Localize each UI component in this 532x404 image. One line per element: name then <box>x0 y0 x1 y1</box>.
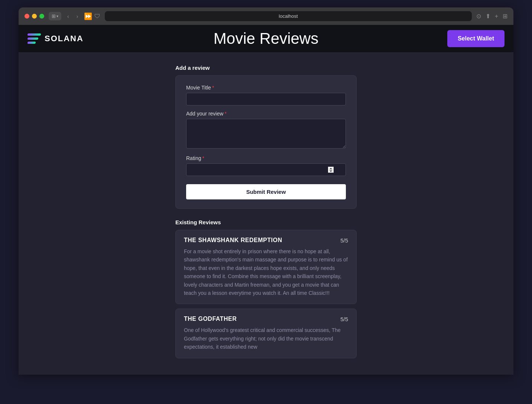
review-header-godfather: THE GODFATHER 5/5 <box>184 316 348 322</box>
review-card-godfather: THE GODFATHER 5/5 One of Hollywood's gre… <box>175 309 357 358</box>
review-rating-shawshank: 5/5 <box>340 237 348 244</box>
review-text-group: Add your review* <box>186 111 346 150</box>
review-rating-godfather: 5/5 <box>340 316 348 322</box>
solana-bar-bottom <box>27 42 36 44</box>
review-card-shawshank: THE SHAWSHANK REDEMPTION 5/5 For a movie… <box>175 230 357 304</box>
review-text-shawshank: For a movie shot entirely in prison wher… <box>184 247 348 297</box>
rating-group: Rating* <box>186 155 346 176</box>
required-star-review: * <box>224 111 226 117</box>
movie-title-group: Movie Title* <box>186 85 346 105</box>
grid-button[interactable]: ⊞ <box>503 13 507 20</box>
review-title-godfather: THE GODFATHER <box>184 316 237 322</box>
solana-logo: SOLANA <box>27 33 84 44</box>
movie-title-input[interactable] <box>186 93 346 105</box>
solana-wordmark: SOLANA <box>45 34 84 43</box>
rating-label: Rating* <box>186 155 346 161</box>
existing-reviews-section: Existing Reviews THE SHAWSHANK REDEMPTIO… <box>175 219 357 358</box>
sidebar-icon: ⊞ <box>52 13 56 19</box>
existing-reviews-title: Existing Reviews <box>175 219 357 225</box>
address-bar[interactable] <box>105 11 471 21</box>
add-review-title: Add a review <box>175 65 357 71</box>
close-button[interactable] <box>25 14 29 19</box>
review-header-shawshank: THE SHAWSHANK REDEMPTION 5/5 <box>184 237 348 244</box>
browser-right-controls: ⊙ ⬆ + ⊞ <box>476 13 507 20</box>
downloads-button[interactable]: ⊙ <box>476 13 481 20</box>
required-star-rating: * <box>202 155 204 161</box>
review-text-label: Add your review* <box>186 111 346 117</box>
review-title-shawshank: THE SHAWSHANK REDEMPTION <box>184 237 282 244</box>
minimize-button[interactable] <box>32 14 37 19</box>
app-header: SOLANA Movie Reviews Select Wallet <box>19 25 513 53</box>
rating-input[interactable] <box>186 163 346 176</box>
review-text-godfather: One of Hollywood's greatest critical and… <box>184 326 348 351</box>
browser-toolbar: ⊞ ▾ ‹ › ⏩ 🛡 ⊙ ⬆ + ⊞ <box>19 7 513 25</box>
solana-bar-top <box>27 33 41 36</box>
traffic-lights <box>25 14 44 19</box>
forward-button[interactable]: › <box>75 13 80 20</box>
maximize-button[interactable] <box>39 14 44 19</box>
main-content: Add a review Movie Title* Add your revie… <box>19 53 513 375</box>
back-button[interactable]: ‹ <box>66 13 71 20</box>
page-title: Movie Reviews <box>214 30 318 48</box>
select-wallet-button[interactable]: Select Wallet <box>447 30 505 47</box>
sidebar-toggle-button[interactable]: ⊞ ▾ <box>49 12 61 20</box>
review-textarea[interactable] <box>186 119 346 149</box>
solana-bar-middle <box>27 38 38 40</box>
app-container: SOLANA Movie Reviews Select Wallet Add a… <box>19 25 513 375</box>
submit-review-button[interactable]: Submit Review <box>186 184 346 199</box>
new-tab-button[interactable]: + <box>495 13 498 20</box>
add-review-form-card: Movie Title* Add your review* Rating* <box>175 75 357 209</box>
shield-icon: 🛡 <box>94 13 100 20</box>
solana-icon <box>27 33 41 44</box>
share-button[interactable]: ⬆ <box>486 13 490 20</box>
chevron-down-icon: ▾ <box>56 14 58 18</box>
movie-title-label: Movie Title* <box>186 85 346 91</box>
content-wrapper: Add a review Movie Title* Add your revie… <box>169 65 363 358</box>
required-star-title: * <box>212 85 214 91</box>
extension-icon: ⏩ <box>84 12 92 20</box>
